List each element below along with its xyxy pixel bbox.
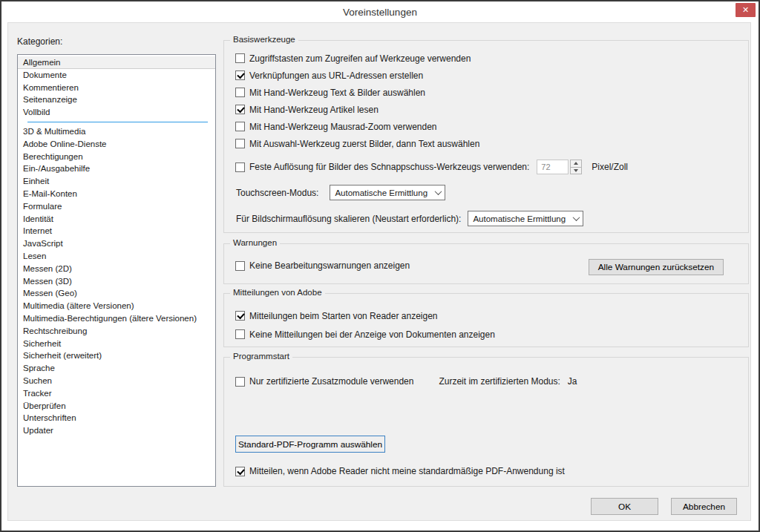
choose-default-pdf-button[interactable]: Standard-PDF-Programm auswählen bbox=[235, 436, 385, 453]
titlebar: Voreinstellungen ✕ bbox=[1, 1, 759, 22]
screen-scaling-label: Für Bildschirmauflösung skalieren (Neust… bbox=[236, 214, 461, 224]
list-item[interactable]: Messen (2D) bbox=[18, 263, 215, 275]
checkbox-row: Mitteilungen beim Starten von Reader anz… bbox=[235, 306, 742, 325]
categories-listbox: Allgemein Dokumente Kommentieren Seitena… bbox=[17, 54, 216, 487]
list-item[interactable]: Suchen bbox=[18, 375, 215, 387]
checkbox[interactable] bbox=[235, 329, 245, 339]
fixed-resolution-label: Feste Auflösung für Bilder des Schnappsc… bbox=[249, 162, 529, 172]
reset-warnings-button[interactable]: Alle Warnungen zurücksetzen bbox=[589, 259, 724, 275]
list-item[interactable]: Sicherheit bbox=[18, 338, 215, 350]
list-item[interactable]: Identität bbox=[18, 213, 215, 226]
touchscreen-row: Touchscreen-Modus: Automatische Ermittlu… bbox=[236, 185, 445, 200]
list-item[interactable]: Tracker bbox=[18, 387, 215, 400]
list-item[interactable]: E-Mail-Konten bbox=[18, 188, 215, 200]
list-item[interactable]: Sicherheit (erweitert) bbox=[18, 349, 215, 362]
list-item[interactable]: Vollbild bbox=[18, 106, 215, 119]
list-item[interactable]: Seitenanzeige bbox=[18, 93, 215, 106]
group-warnings: Warnungen Keine Bearbeitungswarnungen an… bbox=[223, 243, 749, 284]
checkbox-label: Keine Mitteilungen bei der Anzeige von D… bbox=[249, 329, 495, 340]
list-item[interactable]: Berechtigungen bbox=[18, 151, 215, 163]
list-item[interactable]: Updater bbox=[18, 424, 215, 437]
checkbox-row: Verknüpfungen aus URL-Adressen erstellen bbox=[235, 67, 742, 84]
list-item[interactable]: Multimedia-Berechtigungen (ältere Versio… bbox=[18, 312, 215, 325]
checkbox-label: Mit Hand-Werkzeug Artikel lesen bbox=[249, 105, 379, 115]
spin-down-icon bbox=[571, 167, 581, 174]
list-item[interactable]: Lesen bbox=[18, 250, 215, 263]
checkbox-row: Mit Auswahl-Werkzeug zuerst Bilder, dann… bbox=[235, 135, 742, 152]
categories-label: Kategorien: bbox=[17, 36, 62, 47]
list-item[interactable]: Kommentieren bbox=[18, 82, 215, 94]
checkbox[interactable] bbox=[235, 105, 245, 114]
group-startup-title: Programmstart bbox=[230, 352, 292, 361]
list-item[interactable]: Ein-/Ausgabehilfe bbox=[18, 162, 215, 175]
list-item[interactable]: Dokumente bbox=[18, 69, 215, 82]
checkbox[interactable] bbox=[235, 88, 245, 97]
list-item[interactable]: Messen (3D) bbox=[18, 275, 215, 288]
notify-default-row: Mitteilen, wenn Adobe Reader nicht meine… bbox=[235, 466, 565, 476]
preferences-dialog: Voreinstellungen ✕ Kategorien: Allgemein… bbox=[0, 0, 760, 532]
content-panel: Kategorien: Allgemein Dokumente Kommenti… bbox=[7, 22, 751, 521]
list-item[interactable]: JavaScript bbox=[18, 237, 215, 250]
checkbox[interactable] bbox=[235, 70, 245, 80]
dialog-title: Voreinstellungen bbox=[1, 1, 759, 22]
checkbox[interactable] bbox=[235, 139, 245, 148]
list-separator bbox=[27, 122, 208, 122]
resolution-spinner bbox=[570, 160, 582, 174]
checkbox[interactable] bbox=[235, 311, 245, 321]
chevron-down-icon bbox=[432, 185, 445, 200]
ok-button[interactable]: OK bbox=[591, 498, 658, 515]
list-item[interactable]: Unterschriften bbox=[18, 412, 215, 424]
hide-edit-warnings-label: Keine Bearbeitungswarnungen anzeigen bbox=[249, 260, 410, 271]
list-item[interactable]: Adobe Online-Dienste bbox=[18, 138, 215, 151]
touchscreen-mode-select[interactable]: Automatische Ermittlung bbox=[330, 185, 445, 200]
list-item[interactable]: Messen (Geo) bbox=[18, 287, 215, 300]
group-basic-tools: Basiswerkzeuge Zugriffstasten zum Zugrei… bbox=[223, 40, 749, 233]
resolution-value-field: 72 bbox=[537, 160, 569, 174]
checkbox-label: Mit Hand-Werkzeug Text & Bilder auswähle… bbox=[249, 88, 425, 98]
checkbox-row: Zugriffstasten zum Zugreifen auf Werkzeu… bbox=[235, 50, 742, 67]
list-item[interactable]: Einheit bbox=[18, 175, 215, 188]
group-adobe-messages: Mitteilungen von Adobe Mitteilungen beim… bbox=[223, 293, 749, 347]
group-basic-tools-title: Basiswerkzeuge bbox=[230, 35, 298, 44]
checkbox-label: Mit Auswahl-Werkzeug zuerst Bilder, dann… bbox=[249, 139, 479, 149]
adobe-messages-checkbox-list: Mitteilungen beim Starten von Reader anz… bbox=[235, 306, 742, 344]
checkbox-row: Mit Hand-Werkzeug Mausrad-Zoom verwenden bbox=[235, 118, 742, 135]
certified-mode-row: Nur zertifizierte Zusatzmodule verwenden… bbox=[235, 376, 577, 387]
checkbox[interactable] bbox=[235, 53, 245, 63]
close-button[interactable]: ✕ bbox=[736, 3, 756, 17]
checkbox[interactable] bbox=[235, 122, 245, 131]
certified-status-label: Zurzeit im zertifizierten Modus: bbox=[439, 376, 560, 387]
group-warnings-title: Warnungen bbox=[230, 238, 280, 247]
cancel-button[interactable]: Abbrechen bbox=[671, 498, 737, 515]
hide-edit-warnings-checkbox[interactable] bbox=[235, 261, 245, 271]
resolution-unit-label: Pixel/Zoll bbox=[592, 162, 628, 172]
certified-plugins-label: Nur zertifizierte Zusatzmodule verwenden bbox=[249, 376, 413, 387]
categories-list-top: Allgemein Dokumente Kommentieren Seitena… bbox=[18, 56, 215, 119]
checkbox-row: Mit Hand-Werkzeug Artikel lesen bbox=[235, 101, 742, 118]
certified-status-value: Ja bbox=[568, 376, 577, 387]
screen-scaling-select[interactable]: Automatische Ermittlung bbox=[468, 211, 583, 226]
checkbox-row: Keine Mitteilungen bei der Anzeige von D… bbox=[235, 325, 742, 344]
list-item[interactable]: 3D & Multimedia bbox=[18, 125, 215, 138]
checkbox-label: Mit Hand-Werkzeug Mausrad-Zoom verwenden bbox=[249, 122, 437, 132]
notify-not-default-checkbox[interactable] bbox=[235, 467, 245, 476]
chevron-down-icon bbox=[570, 211, 583, 226]
checkbox-label: Mitteilungen beim Starten von Reader anz… bbox=[249, 311, 438, 321]
checkbox-label: Verknüpfungen aus URL-Adressen erstellen bbox=[249, 70, 423, 81]
basic-tools-checkbox-list: Zugriffstasten zum Zugreifen auf Werkzeu… bbox=[235, 50, 742, 152]
list-item[interactable]: Sprache bbox=[18, 362, 215, 375]
fixed-resolution-checkbox[interactable] bbox=[235, 162, 245, 172]
list-item[interactable]: Überprüfen bbox=[18, 400, 215, 413]
group-startup: Programmstart Nur zertifizierte Zusatzmo… bbox=[223, 357, 749, 487]
fixed-resolution-row: Feste Auflösung für Bilder des Schnappsc… bbox=[235, 160, 628, 174]
list-item[interactable]: Multimedia (ältere Versionen) bbox=[18, 300, 215, 312]
list-item[interactable]: Allgemein bbox=[18, 56, 215, 69]
list-item[interactable]: Internet bbox=[18, 225, 215, 237]
checkbox-row: Mit Hand-Werkzeug Text & Bilder auswähle… bbox=[235, 84, 742, 101]
list-item[interactable]: Formulare bbox=[18, 200, 215, 213]
categories-list-bottom: 3D & Multimedia Adobe Online-Dienste Ber… bbox=[18, 125, 215, 437]
certified-plugins-checkbox[interactable] bbox=[235, 377, 245, 387]
list-item[interactable]: Rechtschreibung bbox=[18, 325, 215, 338]
checkbox-label: Zugriffstasten zum Zugreifen auf Werkzeu… bbox=[249, 53, 471, 64]
touchscreen-mode-label: Touchscreen-Modus: bbox=[236, 188, 318, 198]
